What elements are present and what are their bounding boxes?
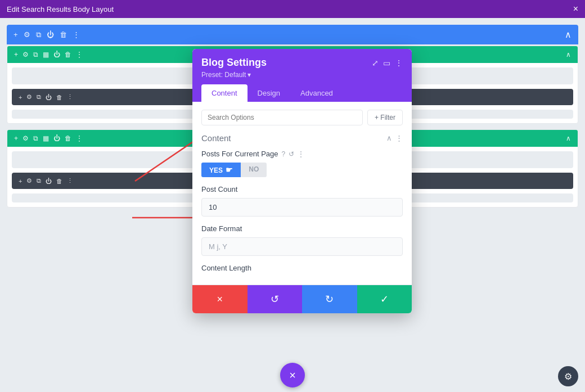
date-format-label: Date Format (201, 224, 403, 233)
blog-panel-header-top: Blog Settings ⤢ ▭ ⋮ (201, 57, 403, 69)
s2-inner-trash-icon[interactable]: 🗑 (56, 178, 62, 184)
title-bar-title: Edit Search Results Body Layout (7, 5, 114, 13)
s1-inner-settings-icon[interactable]: ⚙ (26, 93, 32, 101)
content-collapse-icon[interactable]: ∧ (386, 134, 392, 142)
top-toolbar: + ⚙ ⧉ ⏻ 🗑 ⋮ ∧ (7, 25, 578, 44)
action-bar: × ↺ ↻ ✓ (192, 285, 412, 313)
collapse-icon[interactable]: ∧ (565, 29, 572, 40)
section-2-inner-icons: + ⚙ ⧉ ⏻ 🗑 ⋮ (19, 177, 73, 184)
posts-menu-icon[interactable]: ⋮ (298, 150, 304, 158)
undo-button[interactable]: ↺ (248, 285, 303, 313)
settings-float-button[interactable]: ⚙ (558, 366, 578, 386)
s1-inner-add-icon[interactable]: + (19, 94, 22, 101)
s2-more-icon[interactable]: ⋮ (76, 134, 83, 142)
s1-inner-power-icon[interactable]: ⏻ (46, 94, 52, 101)
title-bar-close-button[interactable]: × (573, 4, 578, 13)
toolbar-icons-left: + ⚙ ⧉ ⏻ 🗑 ⋮ (14, 30, 80, 39)
split-icon[interactable]: ▭ (383, 58, 390, 67)
s1-add-icon[interactable]: + (14, 51, 18, 58)
tab-advanced[interactable]: Advanced (290, 84, 343, 102)
s2-duplicate-icon[interactable]: ⧉ (33, 134, 38, 142)
s1-duplicate-icon[interactable]: ⧉ (33, 51, 38, 58)
post-count-input[interactable] (201, 198, 403, 217)
s2-inner-duplicate-icon[interactable]: ⧉ (37, 177, 41, 184)
content-menu-icon[interactable]: ⋮ (395, 134, 403, 142)
s1-inner-trash-icon[interactable]: 🗑 (56, 94, 62, 101)
blog-panel-header-actions: ⤢ ▭ ⋮ (372, 58, 403, 67)
s1-grid-icon[interactable]: ▦ (43, 51, 49, 58)
cursor-icon: ☛ (226, 165, 233, 174)
fullscreen-icon[interactable]: ⤢ (372, 58, 379, 67)
duplicate-icon[interactable]: ⧉ (36, 30, 41, 39)
s2-trash-icon[interactable]: 🗑 (65, 134, 71, 142)
blog-panel-preset[interactable]: Preset: Default ▾ (201, 71, 403, 79)
content-length-label: Content Length (201, 264, 403, 272)
date-format-input[interactable] (201, 237, 403, 256)
more-icon[interactable]: ⋮ (73, 30, 80, 39)
tab-content[interactable]: Content (201, 84, 248, 102)
cancel-button[interactable]: × (192, 285, 248, 313)
s2-inner-settings-icon[interactable]: ⚙ (26, 177, 32, 184)
blog-panel-title: Blog Settings (201, 57, 267, 69)
s1-inner-more-icon[interactable]: ⋮ (67, 93, 73, 101)
posts-toggle: YES ☛ NO (201, 163, 403, 177)
content-section-header: Content ∧ ⋮ (201, 133, 403, 143)
section-1-inner-icons: + ⚙ ⧉ ⏻ 🗑 ⋮ (19, 93, 73, 101)
s1-collapse-icon[interactable]: ∧ (566, 51, 571, 58)
toggle-yes-button[interactable]: YES ☛ (201, 163, 241, 177)
s2-add-icon[interactable]: + (14, 134, 18, 142)
s2-inner-add-icon[interactable]: + (19, 178, 22, 184)
editor-area: + ⚙ ⧉ ⏻ 🗑 ⋮ ∧ + ⚙ ⧉ ▦ ⏻ 🗑 ⋮ ∧ (0, 18, 585, 392)
posts-reset-icon[interactable]: ↺ (289, 150, 294, 158)
post-count-label: Post Count (201, 185, 403, 193)
s2-inner-more-icon[interactable]: ⋮ (67, 177, 73, 184)
power-icon[interactable]: ⏻ (47, 30, 54, 39)
filter-button[interactable]: + Filter (367, 110, 403, 125)
blog-panel-body: + Filter Content ∧ ⋮ Posts For Current P… (192, 102, 412, 285)
s1-more-icon[interactable]: ⋮ (76, 51, 83, 58)
trash-icon[interactable]: 🗑 (60, 30, 67, 39)
confirm-button[interactable]: ✓ (357, 285, 412, 313)
s2-power-icon[interactable]: ⏻ (53, 134, 60, 142)
content-section-actions: ∧ ⋮ (386, 134, 403, 142)
panel-more-icon[interactable]: ⋮ (395, 58, 403, 67)
float-close-button[interactable]: × (280, 363, 305, 388)
s1-settings-icon[interactable]: ⚙ (22, 51, 29, 58)
search-options-input[interactable] (201, 110, 363, 125)
blog-settings-panel: Blog Settings ⤢ ▭ ⋮ Preset: Default ▾ Co… (192, 49, 412, 313)
title-bar: Edit Search Results Body Layout × (0, 0, 585, 18)
section-1-header-icons: + ⚙ ⧉ ▦ ⏻ 🗑 ⋮ (14, 51, 83, 58)
s1-inner-duplicate-icon[interactable]: ⧉ (37, 93, 41, 101)
tab-design[interactable]: Design (248, 84, 290, 102)
toggle-no-button[interactable]: NO (241, 163, 267, 177)
content-section-title: Content (201, 133, 231, 143)
add-icon[interactable]: + (14, 30, 18, 39)
s2-inner-power-icon[interactable]: ⏻ (46, 178, 52, 184)
blog-panel-tabs: Content Design Advanced (201, 84, 403, 102)
redo-button[interactable]: ↻ (302, 285, 357, 313)
posts-help-icon[interactable]: ? (282, 150, 286, 158)
search-row: + Filter (201, 110, 403, 125)
settings-icon[interactable]: ⚙ (24, 30, 30, 39)
s2-settings-icon[interactable]: ⚙ (22, 134, 29, 142)
s2-grid-icon[interactable]: ▦ (43, 134, 49, 142)
section-2-header-icons: + ⚙ ⧉ ▦ ⏻ 🗑 ⋮ (14, 134, 83, 142)
s1-power-icon[interactable]: ⏻ (53, 51, 60, 58)
s2-collapse-icon[interactable]: ∧ (566, 134, 571, 142)
s1-trash-icon[interactable]: 🗑 (65, 51, 71, 58)
blog-panel-header: Blog Settings ⤢ ▭ ⋮ Preset: Default ▾ Co… (192, 49, 412, 102)
posts-for-current-page-label: Posts For Current Page ? ↺ ⋮ (201, 150, 403, 158)
